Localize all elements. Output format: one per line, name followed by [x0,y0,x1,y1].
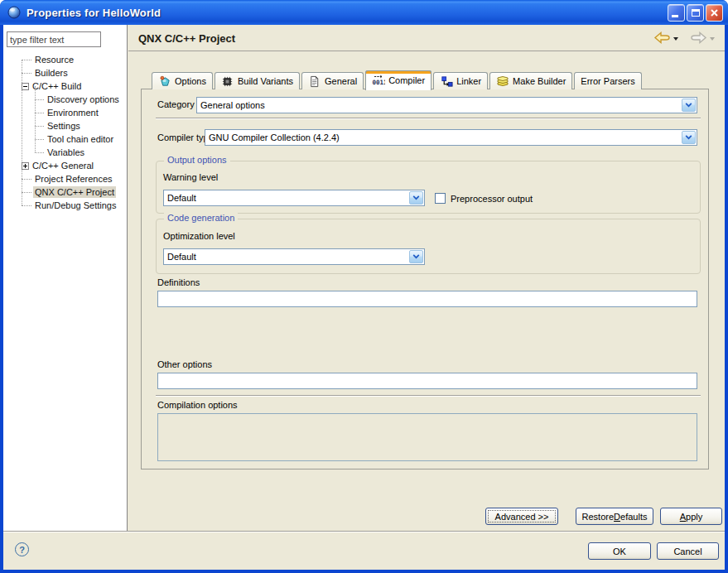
sidebar-item-variables[interactable]: Variables [3,146,126,159]
tab-label: Error Parsers [581,76,634,86]
page-header: QNX C/C++ Project [128,25,725,51]
button-label: efaults [620,512,647,522]
apply-button[interactable]: Apply [660,508,722,525]
ok-button[interactable]: OK [588,542,651,560]
optimization-level-select[interactable]: Default [163,248,425,265]
back-button[interactable] [653,31,671,44]
chevron-down-icon[interactable] [682,99,696,112]
compiler-type-select[interactable]: GNU Compiler Collection (4.2.4) [205,129,697,146]
options-icon [158,75,171,88]
definitions-label: Definitions [157,277,200,287]
preprocessor-output-checkbox[interactable] [435,193,446,204]
window-titlebar[interactable]: Properties for HelloWorld [0,0,728,25]
button-label: A [680,512,686,522]
code-generation-group: Code generation Optimization level Defau… [156,219,701,274]
chevron-down-icon[interactable] [409,250,423,263]
sidebar-item-cpp-general[interactable]: C/C++ General [3,159,126,172]
other-options-label: Other options [157,359,212,369]
advanced-button[interactable]: Advanced >> [485,508,558,525]
forward-dropdown-icon[interactable] [710,37,715,41]
help-icon[interactable]: ? [15,542,29,556]
tab-linker[interactable]: Linker [433,72,488,89]
tab-label: Linker [456,76,481,86]
page-title: QNX C/C++ Project [138,32,235,45]
tree-item-label: QNX C/C++ Project [33,186,116,198]
category-label: Category [157,99,195,109]
tab-general[interactable]: General [301,72,364,89]
tree-item-label: Resource [33,54,75,65]
tree-item-label: Run/Debug Settings [33,200,118,211]
tree-item-label: Discovery options [46,94,121,105]
cancel-button[interactable]: Cancel [657,542,719,560]
definitions-input[interactable] [157,291,697,307]
svg-text:0011: 0011 [373,79,386,86]
tab-options[interactable]: Options [152,72,213,89]
properties-tree: Resource Builders C/C++ Build Discovery … [3,53,126,212]
back-dropdown-icon[interactable] [673,37,678,41]
sidebar-item-project-references[interactable]: Project References [3,172,126,185]
forward-button[interactable] [690,31,707,44]
output-options-legend: Output options [164,155,230,165]
tree-item-label: Builders [33,67,70,79]
close-button[interactable] [706,4,723,22]
divider [3,531,725,532]
filter-input[interactable] [7,31,101,47]
window-title: Properties for HelloWorld [27,7,666,19]
code-generation-legend: Code generation [164,213,238,223]
sidebar-item-resource[interactable]: Resource [3,53,126,66]
tab-label: Build Variants [238,76,293,86]
document-icon [308,75,321,88]
output-options-group: Output options Warning level Default Pre… [156,161,701,214]
button-label: Restore [582,512,615,522]
sidebar-item-builders[interactable]: Builders [3,66,126,79]
dialog-body: Resource Builders C/C++ Build Discovery … [3,25,725,570]
tab-error-parsers[interactable]: Error Parsers [574,72,641,89]
chip-icon [221,75,234,88]
maximize-icon [692,9,700,17]
restore-defaults-button[interactable]: Restore Defaults [576,508,653,525]
warning-level-value: Default [167,193,406,203]
tree-item-label: Variables [46,147,86,158]
sidebar-item-settings[interactable]: Settings [3,119,126,132]
tab-label: Compiler [388,75,425,85]
tab-make-builder[interactable]: Make Builder [489,72,572,89]
tree-expand-icon[interactable] [22,162,29,170]
button-label: D [614,512,620,522]
tab-compiler[interactable]: 0011 Compiler [365,70,431,90]
warning-level-select[interactable]: Default [163,190,425,206]
sidebar-item-cpp-build[interactable]: C/C++ Build [3,79,126,93]
sidebar-item-environment[interactable]: Environment [3,106,126,119]
compilation-options-textarea[interactable] [157,413,697,461]
tree-item-label: Tool chain editor [46,133,115,145]
warning-level-label: Warning level [163,172,218,182]
sidebar-item-tool-chain-editor[interactable]: Tool chain editor [3,132,126,146]
link-nodes-icon [440,75,453,88]
binary-code-icon: 0011 [372,74,385,87]
chevron-down-icon[interactable] [409,191,423,205]
other-options-input[interactable] [157,373,697,389]
tree-collapse-icon[interactable] [22,83,29,90]
tab-label: Make Builder [513,76,566,86]
optimization-level-value: Default [167,252,406,262]
divider [156,118,701,119]
preprocessor-output-label: Preprocessor output [451,194,533,204]
tab-strip: Options Build Variants General 0011 Comp… [152,70,642,89]
button-label: pply [686,512,702,522]
optimization-level-label: Optimization level [163,231,235,241]
tab-label: General [325,76,357,86]
tab-build-variants[interactable]: Build Variants [215,72,300,89]
sidebar-item-qnx-project[interactable]: QNX C/C++ Project [3,185,126,199]
minimize-button[interactable] [668,4,685,22]
compilation-options-label: Compilation options [157,400,238,410]
chevron-down-icon[interactable] [682,131,696,144]
category-select[interactable]: General options [196,97,697,113]
sidebar-item-discovery-options[interactable]: Discovery options [3,93,126,106]
properties-dialog-window: Properties for HelloWorld Resource Build… [0,0,728,573]
app-icon [7,6,21,19]
left-panel: Resource Builders C/C++ Build Discovery … [3,25,128,531]
divider [156,395,701,397]
maximize-button[interactable] [687,4,704,22]
compiler-tab-panel: Category General options Compiler type: … [141,89,709,469]
tree-item-label: Environment [46,107,100,118]
sidebar-item-run-debug-settings[interactable]: Run/Debug Settings [3,199,126,212]
